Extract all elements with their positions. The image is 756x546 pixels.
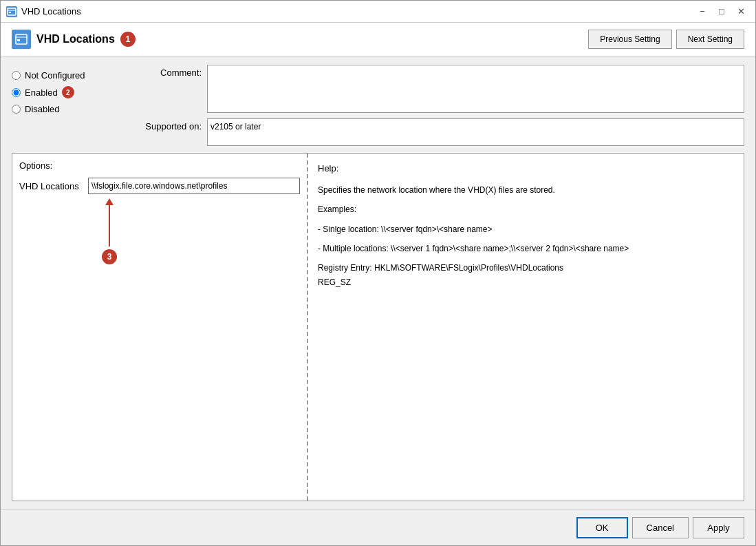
vhd-locations-input[interactable] <box>88 178 300 194</box>
form-fields: Comment: Supported on: v2105 or later <box>133 65 744 146</box>
help-examples-title: Examples: <box>318 202 734 216</box>
supported-textarea: v2105 or later <box>207 118 744 146</box>
comment-row: Comment: <box>133 65 744 113</box>
svg-rect-0 <box>8 8 16 15</box>
badge-3: 3 <box>102 249 117 264</box>
titlebar-left: VHD Locations <box>6 6 81 17</box>
help-panel: Help: Specifies the network location whe… <box>308 154 744 501</box>
top-portion: Not Configured Enabled 2 Disabled Co <box>12 65 744 146</box>
header-title: VHD Locations <box>36 33 115 45</box>
arrow-line <box>109 205 110 246</box>
radio-disabled[interactable]: Disabled <box>12 104 122 114</box>
apply-button[interactable]: Apply <box>693 517 744 538</box>
ok-button[interactable]: OK <box>576 517 628 538</box>
titlebar-title: VHD Locations <box>21 6 81 17</box>
previous-setting-button[interactable]: Previous Setting <box>588 30 671 49</box>
help-example2: - Multiple locations: \\<server 1 fqdn>\… <box>318 242 734 255</box>
help-registry: Registry Entry: HKLM\SOFTWARE\FSLogix\Pr… <box>318 261 734 289</box>
help-line1: Specifies the network location where the… <box>318 183 734 197</box>
panels-section: Options: VHD Locations 3 Help: Specifies… <box>12 153 744 501</box>
header-icon <box>12 30 31 49</box>
svg-rect-5 <box>17 39 20 41</box>
main-window: VHD Locations − □ ✕ VHD Locations 1 Prev… <box>0 0 756 546</box>
header-buttons: Previous Setting Next Setting <box>588 30 744 49</box>
titlebar: VHD Locations − □ ✕ <box>1 1 755 23</box>
vhd-locations-label: VHD Locations <box>19 181 81 191</box>
maximize-button[interactable]: □ <box>713 4 731 19</box>
options-panel: Options: VHD Locations 3 <box>12 154 308 501</box>
not-configured-label: Not Configured <box>25 70 85 81</box>
arrow-annotation: 3 <box>102 198 117 264</box>
help-text: Specifies the network location where the… <box>318 183 734 289</box>
options-content: VHD Locations <box>19 178 300 194</box>
help-registry-label: Registry Entry: <box>318 263 372 273</box>
header-section: VHD Locations 1 Previous Setting Next Se… <box>1 23 755 56</box>
options-panel-title: Options: <box>19 160 300 171</box>
header-badge: 1 <box>120 32 136 47</box>
close-button[interactable]: ✕ <box>732 4 750 19</box>
help-example1: - Sinlge location: \\<server fqdn>\<shar… <box>318 222 734 236</box>
comment-textarea[interactable] <box>207 65 744 113</box>
footer: OK Cancel Apply <box>1 510 755 545</box>
radio-enabled[interactable]: Enabled <box>12 87 58 98</box>
radio-not-configured[interactable]: Not Configured <box>12 70 122 81</box>
minimize-button[interactable]: − <box>693 4 711 19</box>
help-registry-value: HKLM\SOFTWARE\FSLogix\Profiles\VHDLocati… <box>374 263 563 273</box>
help-reg-type: REG_SZ <box>318 277 351 287</box>
help-panel-title: Help: <box>318 162 734 176</box>
main-body: Not Configured Enabled 2 Disabled Co <box>1 56 755 510</box>
supported-row: Supported on: v2105 or later <box>133 118 744 146</box>
arrow-head-icon <box>105 198 114 205</box>
enabled-label: Enabled <box>25 87 58 98</box>
disabled-label: Disabled <box>25 104 60 114</box>
window-icon <box>6 6 17 17</box>
cancel-button[interactable]: Cancel <box>632 517 689 538</box>
enabled-badge: 2 <box>62 86 74 98</box>
comment-label: Comment: <box>133 65 202 78</box>
svg-rect-2 <box>9 12 11 13</box>
supported-label: Supported on: <box>133 118 202 132</box>
header-left: VHD Locations 1 <box>12 30 136 49</box>
titlebar-controls: − □ ✕ <box>693 4 750 19</box>
radio-group: Not Configured Enabled 2 Disabled <box>12 65 122 146</box>
next-setting-button[interactable]: Next Setting <box>676 30 744 49</box>
